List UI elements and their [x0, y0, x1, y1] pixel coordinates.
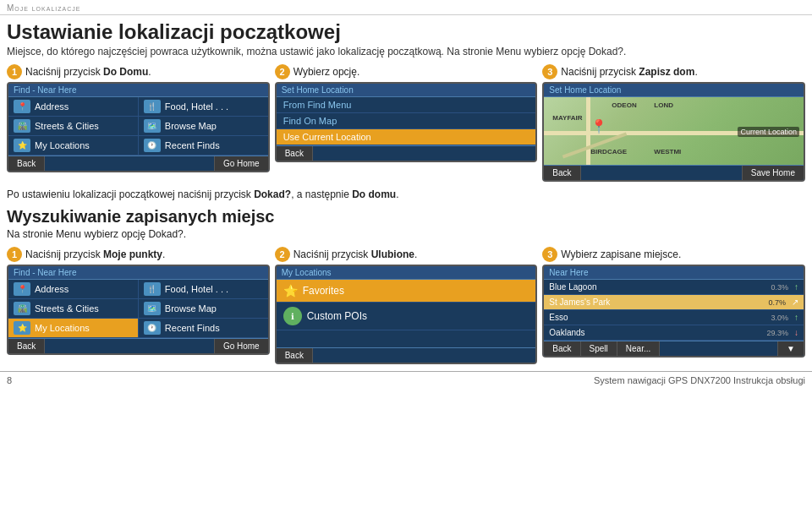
step-2-3-text: Wybierz zapisane miejsce. [561, 248, 681, 260]
step-2-2-label: 2 Naciśnij przycisk Ulubione. [275, 247, 418, 262]
screen-1-title: Find - Near Here [8, 84, 268, 97]
recentfinds-icon-4: 🕐 [144, 321, 161, 335]
page-bottom: 8 System nawigacji GPS DNX7200 Instrukcj… [0, 371, 812, 389]
option-from-find-menu[interactable]: From Find Menu [277, 97, 536, 113]
step-3-block: 3 Naciśnij przycisk Zapisz dom. Set Home… [542, 64, 805, 182]
menu-streets[interactable]: 🛣️ Streets & Cities [8, 117, 138, 136]
map-pin: 📍 [590, 118, 607, 134]
streets-label: Streets & Cities [35, 121, 99, 131]
step-2-block: 2 Wybierz opcję. Set Home Location From … [275, 64, 538, 162]
map-current-location-label: Current Location [738, 127, 799, 137]
screen-3-savehome-btn[interactable]: Save Home [742, 166, 804, 180]
step-2-label: 2 Wybierz opcję. [275, 64, 360, 79]
option-use-current[interactable]: Use Current Location [277, 129, 536, 145]
footer-text: System nawigacji GPS DNX7200 Instrukcja … [594, 375, 805, 385]
step-2-1-block: 1 Naciśnij przycisk Moje punkty. Find - … [7, 247, 270, 355]
screen-6-title: Near Here [544, 266, 804, 280]
favorites-label: Favorites [303, 285, 344, 297]
subtitle: Miejsce, do którego najczęściej powraca … [0, 46, 812, 61]
screen-2: Set Home Location From Find Menu Find On… [275, 82, 538, 162]
menu-browsemap-4[interactable]: 🗺️ Browse Map [139, 299, 268, 319]
near-here-dist-2: 0.7% [769, 298, 787, 307]
near-here-item-4[interactable]: Oaklands 29.3% ↓ [544, 325, 804, 341]
screen-6-back-btn[interactable]: Back [544, 341, 580, 356]
menu-recentfinds-4[interactable]: 🕐 Recent Finds [139, 319, 268, 338]
menu-food-4[interactable]: 🍴 Food, Hotel . . . [139, 280, 268, 299]
screen-2-back-btn[interactable]: Back [277, 146, 313, 161]
near-here-name-1: Blue Lagoon [549, 282, 767, 292]
screen-1-gohome-btn[interactable]: Go Home [214, 156, 268, 171]
near-here-item-3[interactable]: Esso 3.0% ↑ [544, 310, 804, 325]
step-3-text: Naciśnij przycisk Zapisz dom. [561, 66, 697, 78]
streets-label-4: Streets & Cities [35, 303, 99, 314]
screen-1-col1: 📍 Address 🛣️ Streets & Cities ⭐ My Locat… [8, 97, 139, 156]
map-view: ODEON MAYFAIR LOND BIRDCAGE WESTMI 📍 Cur… [544, 97, 804, 165]
screen-3-bottom: Back Save Home [544, 165, 804, 180]
custom-pois-icon: ℹ [283, 307, 302, 325]
step-2-text: Wybierz opcję. [294, 66, 360, 78]
screen-1-back-btn[interactable]: Back [8, 156, 45, 171]
map-label-mayfair: MAYFAIR [552, 114, 582, 122]
recentfinds-label-4: Recent Finds [165, 323, 220, 333]
step-2-circle: 2 [275, 64, 290, 79]
food-label-4: Food, Hotel . . . [165, 284, 228, 294]
screen-6-spell-btn[interactable]: Spell [581, 341, 617, 356]
map-label-birdcage: BIRDCAGE [590, 148, 627, 156]
mylocations-label-4: My Locations [35, 323, 90, 333]
menu-mylocations-4[interactable]: ⭐ My Locations [8, 319, 138, 338]
screen-5-back-btn[interactable]: Back [277, 348, 313, 363]
screen-2-title: Set Home Location [277, 84, 536, 97]
between-text: Po ustawieniu lokalizacji początkowej na… [0, 185, 812, 204]
map-label-odeon: ODEON [612, 101, 636, 109]
near-here-item-1[interactable]: Blue Lagoon 0.3% ↑ [544, 280, 804, 295]
page-header: Moje lokalizacje [0, 0, 812, 15]
screen-6-near-btn[interactable]: Near... [617, 341, 660, 356]
step-2-2-block: 2 Naciśnij przycisk Ulubione. My Locatio… [275, 247, 538, 364]
option-find-on-map[interactable]: Find On Map [277, 113, 536, 129]
menu-address[interactable]: 📍 Address [8, 97, 138, 117]
screen-6-down-btn[interactable]: ▼ [777, 341, 804, 356]
address-icon-4: 📍 [14, 282, 30, 296]
screen-3: Set Home Location ODEON MAYFAIR LOND BIR… [542, 82, 805, 182]
browsemap-label: Browse Map [165, 121, 217, 131]
favorites-item[interactable]: ⭐ Favorites [277, 280, 536, 303]
screen-4-title: Find - Near Here [8, 266, 268, 280]
screen-1-menu: 📍 Address 🛣️ Streets & Cities ⭐ My Locat… [8, 97, 268, 156]
recentfinds-label: Recent Finds [165, 140, 220, 150]
near-here-arrow-3: ↑ [794, 313, 798, 322]
near-here-dist-3: 3.0% [771, 314, 789, 322]
screen-3-back-btn[interactable]: Back [544, 166, 580, 180]
favorites-star-icon: ⭐ [283, 284, 298, 297]
menu-food[interactable]: 🍴 Food, Hotel . . . [139, 97, 268, 117]
near-here-item-2[interactable]: St James's Park 0.7% ↗ [544, 295, 804, 310]
menu-recentfinds[interactable]: 🕐 Recent Finds [139, 136, 268, 156]
screen-4: Find - Near Here 📍 Address 🛣️ Streets & … [7, 265, 270, 355]
step-1-label: 1 Naciśnij przycisk Do Domu. [7, 64, 151, 79]
address-label: Address [35, 101, 69, 112]
near-here-arrow-4: ↓ [794, 328, 798, 337]
browsemap-label-4: Browse Map [165, 303, 217, 314]
screen-4-back-btn[interactable]: Back [8, 339, 45, 353]
step-2-1-label: 1 Naciśnij przycisk Moje punkty. [7, 247, 165, 262]
section2-title: Wyszukiwanie zapisanych miejsc [0, 204, 812, 228]
screen-3-title: Set Home Location [544, 84, 804, 97]
mylocations-icon-4: ⭐ [14, 321, 30, 335]
menu-streets-4[interactable]: 🛣️ Streets & Cities [8, 299, 138, 319]
near-here-dist-1: 0.3% [771, 283, 789, 292]
menu-address-4[interactable]: 📍 Address [8, 280, 138, 299]
screen-4-col2: 🍴 Food, Hotel . . . 🗺️ Browse Map 🕐 Rece… [139, 280, 268, 338]
near-here-arrow-2: ↗ [792, 297, 798, 307]
step-1-block: 1 Naciśnij przycisk Do Domu. Find - Near… [7, 64, 270, 172]
near-here-name-4: Oaklands [549, 328, 763, 337]
custom-pois-item[interactable]: ℹ Custom POIs [277, 303, 536, 330]
mylocations-label: My Locations [35, 140, 90, 150]
near-here-name-2: St James's Park [549, 297, 765, 307]
menu-mylocations[interactable]: ⭐ My Locations [8, 136, 138, 156]
map-label-westmi: WESTMI [654, 148, 681, 156]
step-2-1-circle: 1 [7, 247, 22, 262]
steps-row-2: 1 Naciśnij przycisk Moje punkty. Find - … [0, 243, 812, 368]
screen-4-gohome-btn[interactable]: Go Home [214, 339, 268, 353]
food-label: Food, Hotel . . . [165, 101, 228, 112]
screen-4-menu: 📍 Address 🛣️ Streets & Cities ⭐ My Locat… [8, 280, 268, 338]
menu-browsemap[interactable]: 🗺️ Browse Map [139, 117, 268, 136]
